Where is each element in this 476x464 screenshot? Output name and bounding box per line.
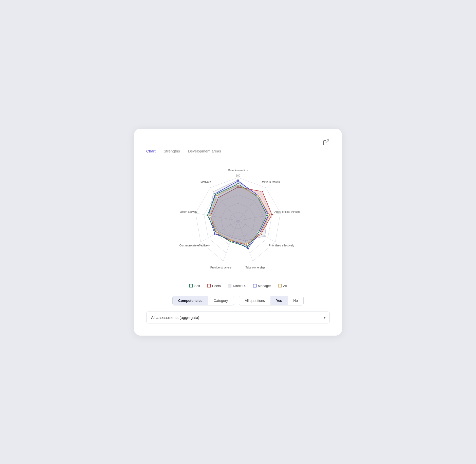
svg-point-73 (246, 243, 248, 245)
svg-text:Provide structure: Provide structure (210, 266, 231, 269)
svg-text:100: 100 (236, 174, 240, 177)
svg-point-74 (230, 239, 232, 241)
svg-point-63 (247, 246, 249, 248)
legend-peers-box (207, 284, 211, 287)
svg-point-38 (261, 190, 263, 192)
radar-chart: Drive innovationDelivers resultsApply cr… (167, 162, 309, 279)
view-toggle-group: Competencies Category (172, 296, 234, 305)
svg-point-66 (206, 214, 208, 216)
legend-all-label: All (283, 284, 287, 288)
svg-point-39 (271, 214, 273, 216)
svg-point-61 (266, 214, 268, 216)
tab-chart[interactable]: Chart (146, 149, 156, 156)
legend-manager: Manager (253, 284, 271, 288)
chart-legend: Self Peers Direct R. Manager All (146, 284, 330, 288)
svg-text:Delivers results: Delivers results (261, 180, 280, 183)
legend-manager-box (253, 284, 257, 287)
svg-point-75 (216, 231, 218, 234)
svg-point-72 (259, 233, 261, 235)
legend-peers-label: Peers (212, 284, 221, 288)
question-toggle-group: All questions Yes No (239, 296, 304, 305)
svg-point-77 (216, 195, 218, 197)
svg-point-76 (209, 215, 211, 217)
competencies-card: Chart Strengths Development areas Drive … (134, 129, 342, 336)
controls-row: Competencies Category All questions Yes … (146, 296, 330, 305)
svg-point-48 (237, 180, 239, 182)
legend-directr-label: Direct R. (233, 284, 246, 288)
competencies-toggle-btn[interactable]: Competencies (173, 296, 208, 305)
legend-directr-box (228, 284, 231, 287)
svg-point-34 (213, 190, 215, 192)
svg-text:Take ownership: Take ownership (246, 266, 265, 269)
svg-point-62 (258, 231, 260, 233)
legend-peers: Peers (207, 284, 221, 288)
legend-all: All (278, 284, 287, 288)
legend-manager-label: Manager (258, 284, 271, 288)
svg-text:Apply critical thinking: Apply critical thinking (274, 210, 301, 213)
radar-chart-container: Drive innovationDelivers resultsApply cr… (146, 162, 330, 279)
legend-self-box (189, 284, 193, 287)
legend-self: Self (189, 284, 200, 288)
svg-text:Prioritizes effectively: Prioritizes effectively (269, 244, 294, 247)
card-header (146, 139, 330, 146)
tab-strengths[interactable]: Strengths (164, 149, 180, 156)
no-toggle-btn[interactable]: No (288, 296, 303, 305)
assessments-dropdown[interactable]: All assessments (aggregate) Assessment 1… (146, 312, 330, 323)
legend-direct-r: Direct R. (228, 284, 246, 288)
svg-text:Motivate: Motivate (200, 180, 211, 183)
yes-toggle-btn[interactable]: Yes (270, 296, 288, 305)
tab-development-areas[interactable]: Development areas (188, 149, 221, 156)
legend-self-label: Self (194, 284, 200, 288)
svg-point-70 (258, 195, 260, 197)
svg-point-29 (264, 235, 266, 237)
external-link-icon[interactable] (323, 139, 330, 146)
svg-text:Drive innovation: Drive innovation (228, 168, 248, 171)
assessments-dropdown-wrapper: All assessments (aggregate) Assessment 1… (146, 312, 330, 323)
dropdown-row: All assessments (aggregate) Assessment 1… (146, 312, 330, 323)
svg-point-71 (268, 214, 270, 216)
svg-point-69 (237, 184, 239, 186)
svg-text:Communicate effectively: Communicate effectively (179, 244, 210, 247)
category-toggle-btn[interactable]: Category (208, 296, 234, 305)
legend-all-box (278, 284, 282, 287)
svg-line-0 (326, 140, 329, 143)
svg-text:Listen actively: Listen actively (180, 210, 197, 213)
all-questions-toggle-btn[interactable]: All questions (239, 296, 270, 305)
tabs-bar: Chart Strengths Development areas (146, 149, 330, 156)
